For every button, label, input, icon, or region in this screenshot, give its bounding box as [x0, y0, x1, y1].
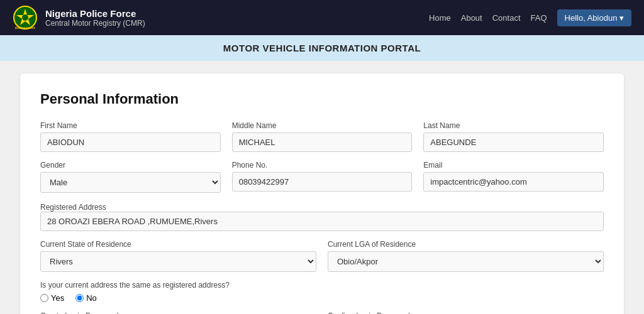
last-name-input[interactable]	[423, 133, 604, 152]
address-label: Registered Address	[40, 203, 106, 212]
first-name-input[interactable]	[40, 133, 221, 152]
radio-yes[interactable]	[40, 294, 48, 302]
confirm-pw-label: Confirm Login Password	[328, 311, 604, 314]
last-name-label: Last Name	[423, 121, 604, 130]
middle-name-label: Middle Name	[232, 121, 413, 130]
logo-block: NIGERIA POLICE Nigeria Police Force Cent…	[13, 5, 145, 30]
state-lga-row: Current State of Residence Rivers Lagos …	[40, 240, 604, 272]
page-body: Personal Information First Name Middle N…	[0, 61, 644, 314]
svg-text:NIGERIA POLICE: NIGERIA POLICE	[15, 26, 36, 30]
nav-faq[interactable]: FAQ	[531, 13, 547, 23]
contact-row: Gender Male Female Other Phone No. Email	[40, 161, 604, 193]
org-sub: Central Motor Registry (CMR)	[45, 19, 145, 28]
same-address-label: Is your current address the same as regi…	[40, 281, 604, 290]
user-menu-button[interactable]: Hello, Abiodun ▾	[557, 9, 631, 26]
banner-title: MOTOR VEHICLE INFORMATION PORTAL	[223, 43, 421, 53]
email-group: Email	[423, 161, 604, 193]
lga-group: Current LGA of Residence Obio/Akpor Port…	[328, 240, 604, 272]
create-pw-label: Create Login Password	[40, 311, 316, 314]
gender-group: Gender Male Female Other	[40, 161, 221, 193]
address-input[interactable]	[40, 212, 604, 231]
police-emblem-icon: NIGERIA POLICE	[13, 5, 38, 30]
password-row: Create Login Password 👁 Confirm Login Pa…	[40, 311, 604, 314]
org-title-block: Nigeria Police Force Central Motor Regis…	[45, 8, 145, 28]
same-address-row: Is your current address the same as regi…	[40, 281, 604, 303]
confirm-pw-group: Confirm Login Password 👁	[328, 311, 604, 314]
lga-label: Current LGA of Residence	[328, 240, 604, 249]
phone-group: Phone No.	[232, 161, 413, 193]
gender-label: Gender	[40, 161, 221, 170]
state-select[interactable]: Rivers Lagos Abuja Kano	[40, 251, 316, 272]
radio-no-label[interactable]: No	[75, 293, 97, 303]
section-title: Personal Information	[40, 91, 604, 107]
nav-about[interactable]: About	[461, 13, 482, 23]
email-label: Email	[423, 161, 604, 170]
radio-no[interactable]	[75, 294, 84, 302]
nav-contact[interactable]: Contact	[492, 13, 521, 23]
address-row: Registered Address	[40, 202, 604, 231]
radio-yes-label[interactable]: Yes	[40, 293, 64, 303]
site-header: NIGERIA POLICE Nigeria Police Force Cent…	[0, 0, 644, 35]
phone-label: Phone No.	[232, 161, 413, 170]
svg-point-2	[22, 14, 28, 21]
last-name-group: Last Name	[423, 121, 604, 152]
name-row: First Name Middle Name Last Name	[40, 121, 604, 152]
middle-name-group: Middle Name	[232, 121, 413, 152]
state-label: Current State of Residence	[40, 240, 316, 249]
portal-banner: MOTOR VEHICLE INFORMATION PORTAL	[0, 35, 644, 61]
state-group: Current State of Residence Rivers Lagos …	[40, 240, 316, 272]
gender-select[interactable]: Male Female Other	[40, 172, 221, 193]
create-pw-group: Create Login Password 👁	[40, 311, 316, 314]
first-name-label: First Name	[40, 121, 221, 130]
nav-home[interactable]: Home	[429, 13, 451, 23]
same-address-radio-group: Yes No	[40, 293, 604, 303]
lga-select[interactable]: Obio/Akpor Port Harcourt Eleme Ikwerre	[328, 251, 604, 272]
first-name-group: First Name	[40, 121, 221, 152]
org-name: Nigeria Police Force	[45, 8, 145, 19]
main-nav: Home About Contact FAQ Hello, Abiodun ▾	[429, 9, 631, 26]
form-card: Personal Information First Name Middle N…	[20, 73, 624, 314]
email-input[interactable]	[423, 172, 604, 192]
phone-input[interactable]	[232, 172, 413, 192]
middle-name-input[interactable]	[232, 133, 413, 152]
